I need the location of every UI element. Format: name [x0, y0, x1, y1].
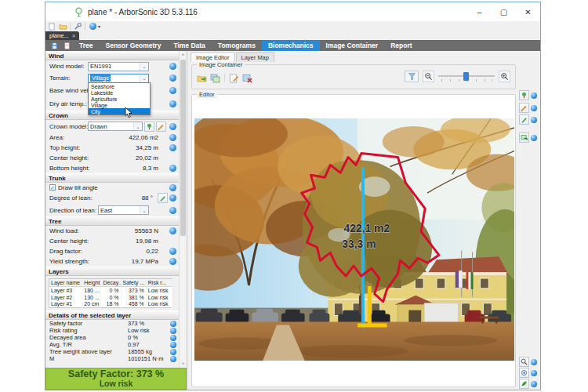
- draw-lean-button[interactable]: [158, 193, 168, 203]
- help-icon[interactable]: [531, 135, 537, 141]
- filter-funnel-button[interactable]: [405, 71, 419, 82]
- menu-image-container[interactable]: Image Container: [320, 40, 385, 51]
- editor-group: Editor: [191, 94, 516, 387]
- direction-of-lean-combo[interactable]: East ⌄: [98, 205, 149, 215]
- document-tab-plane[interactable]: plane... ✕: [45, 31, 79, 40]
- report-file-icon[interactable]: [63, 42, 71, 49]
- col-layer-name[interactable]: Layer name: [49, 279, 82, 287]
- save-icon[interactable]: [50, 42, 58, 49]
- minimize-button[interactable]: –: [467, 2, 492, 21]
- maximize-button[interactable]: ▢: [492, 2, 516, 21]
- scrollbar-thumb[interactable]: [180, 60, 186, 236]
- draw-tilt-checkbox[interactable]: ✓: [49, 184, 56, 191]
- menu-tree[interactable]: Tree: [73, 40, 100, 51]
- terrain-option-agriculture[interactable]: Agriculture: [89, 96, 150, 102]
- zoom-out-icon[interactable]: [423, 71, 434, 82]
- drag-factor-label: Drag factor:: [49, 248, 82, 255]
- open-project-icon[interactable]: [58, 22, 67, 31]
- remove-image-button[interactable]: [241, 72, 253, 84]
- menu-biomechanics[interactable]: Biomechanics: [262, 40, 320, 51]
- terrain-option-lakeside[interactable]: Lakeside: [89, 89, 150, 96]
- edit-image-button[interactable]: [228, 72, 240, 84]
- chevron-down-icon[interactable]: ⌄: [133, 122, 142, 130]
- slider-thumb[interactable]: [463, 72, 469, 81]
- help-icon[interactable]: [531, 359, 537, 365]
- crown-from-tree-button[interactable]: [144, 122, 154, 132]
- draw-tilt-angle-button[interactable]: [519, 114, 529, 125]
- help-icon[interactable]: [169, 123, 176, 130]
- zoom-slider[interactable]: [438, 71, 495, 82]
- tab-layer-map[interactable]: Layer Map: [236, 52, 274, 62]
- help-icon[interactable]: [170, 321, 176, 327]
- help-icon[interactable]: [169, 184, 176, 191]
- scroll-up-icon[interactable]: ˄: [180, 51, 187, 59]
- tree-photo[interactable]: 422,1 m2 33,3 m: [194, 118, 514, 361]
- help-icon[interactable]: [169, 134, 176, 141]
- chevron-down-icon[interactable]: ⌄: [140, 206, 148, 214]
- import-image-button[interactable]: [196, 72, 208, 84]
- draw-crown-button[interactable]: [519, 103, 529, 113]
- help-icon[interactable]: [531, 105, 537, 111]
- leaf-tool-button[interactable]: [519, 379, 529, 389]
- crown-draw-button[interactable]: [156, 122, 166, 132]
- help-icon[interactable]: [169, 248, 176, 255]
- magnifier-tool-button[interactable]: [519, 357, 529, 367]
- safety-factor-text: Safety Factor: 373 %: [68, 369, 164, 380]
- focus-tool-button[interactable]: [519, 368, 529, 378]
- menu-time-data[interactable]: Time Data: [167, 40, 211, 51]
- help-icon[interactable]: [169, 63, 176, 70]
- menu-report[interactable]: Report: [384, 40, 418, 51]
- col-safety[interactable]: Safety ...: [121, 279, 146, 287]
- crown-model-combo[interactable]: Drawn ⌄: [88, 122, 143, 131]
- copy-to-layer-map-button[interactable]: [519, 132, 529, 143]
- help-icon[interactable]: [169, 207, 176, 214]
- copy-image-button[interactable]: [209, 72, 221, 84]
- layer-row-3[interactable]: Layer #3 180 ... 0 % 373 % Low risk: [49, 287, 172, 294]
- help-icon[interactable]: [170, 356, 176, 362]
- help-icon[interactable]: [169, 258, 176, 265]
- col-height[interactable]: Height: [82, 279, 101, 287]
- wind-model-combo[interactable]: EN1991 ⌄: [88, 62, 149, 71]
- chevron-down-icon[interactable]: ⌄: [140, 63, 148, 71]
- editor-tool-strip: [519, 51, 539, 390]
- help-icon[interactable]: [169, 144, 176, 151]
- section-header-trunk: Trunk: [45, 173, 179, 183]
- col-risk[interactable]: Risk r...: [146, 279, 172, 287]
- help-icon[interactable]: [170, 335, 176, 341]
- help-icon[interactable]: [531, 370, 537, 376]
- help-icon[interactable]: [169, 100, 176, 107]
- terrain-combo[interactable]: Village ⌄: [88, 74, 149, 83]
- terrain-option-seashore[interactable]: Seashore: [89, 83, 150, 89]
- tree-tool-button[interactable]: [519, 90, 529, 100]
- help-icon[interactable]: [531, 93, 537, 99]
- help-icon[interactable]: [88, 22, 97, 31]
- layer-row-1[interactable]: Layer #1 20 cm 18 % 458 % Low risk: [49, 301, 172, 308]
- help-icon[interactable]: [169, 74, 176, 82]
- help-icon[interactable]: [531, 117, 537, 123]
- tab-image-editor[interactable]: Image Editor: [191, 52, 235, 62]
- help-icon[interactable]: [170, 349, 176, 355]
- zoom-in-icon[interactable]: [499, 71, 510, 82]
- terrain-option-city[interactable]: City: [89, 108, 150, 114]
- new-project-icon[interactable]: [47, 22, 56, 31]
- help-icon[interactable]: [531, 381, 537, 387]
- close-button[interactable]: ✕: [516, 2, 540, 21]
- app-tree-icon: [74, 7, 84, 17]
- layer-row-2[interactable]: Layer #2 130 ... 0 % 381 % Low risk: [49, 294, 172, 301]
- scroll-down-icon[interactable]: ˅: [180, 360, 187, 368]
- help-icon[interactable]: [170, 328, 176, 334]
- help-icon[interactable]: [169, 227, 176, 234]
- menu-tomograms[interactable]: Tomograms: [212, 40, 262, 51]
- help-icon[interactable]: [170, 342, 176, 348]
- help-icon[interactable]: [169, 87, 176, 94]
- chevron-down-icon[interactable]: ⌄: [140, 74, 148, 82]
- terrain-option-village[interactable]: Village: [89, 102, 150, 108]
- sidebar-scrollbar[interactable]: ˄ ˅: [179, 51, 187, 368]
- menu-sensor-geometry[interactable]: Sensor Geometry: [100, 40, 168, 51]
- help-icon[interactable]: [169, 194, 176, 201]
- settings-wrench-icon[interactable]: [73, 22, 82, 31]
- help-dropdown-caret[interactable]: ▾: [98, 24, 100, 29]
- col-decay[interactable]: Decay...: [101, 279, 121, 287]
- tab-close-icon[interactable]: ✕: [72, 33, 76, 38]
- help-icon[interactable]: [169, 165, 176, 172]
